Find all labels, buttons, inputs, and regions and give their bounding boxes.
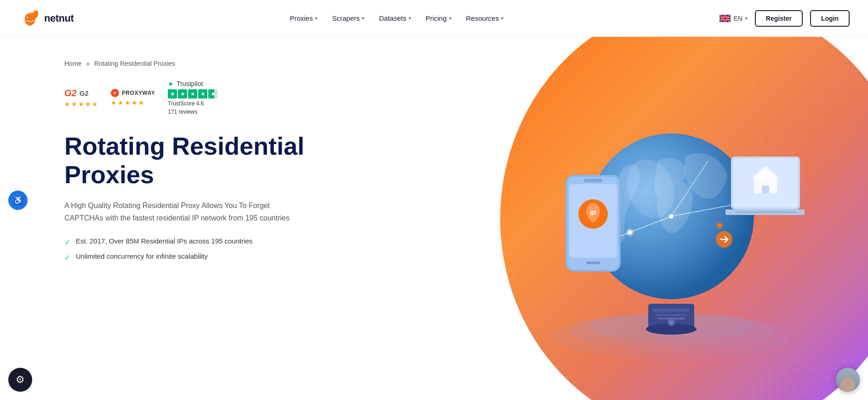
star-1: ★ [111, 99, 117, 106]
svg-point-14 [669, 320, 673, 324]
accessibility-button[interactable]: ♿ [8, 191, 28, 210]
left-panel: Home » Rotating Residential Proxies G2 G… [0, 37, 451, 400]
breadcrumb-separator: » [86, 60, 90, 67]
tp-star-4: ★ [198, 89, 207, 99]
star-4: ★ [131, 99, 137, 106]
svg-point-21 [669, 214, 674, 219]
main-nav: Proxies ▾ Scrapers ▾ Datasets ▾ Pricing … [290, 14, 503, 22]
svg-point-41 [715, 221, 724, 230]
avatar-image [836, 368, 860, 392]
register-button[interactable]: Register [755, 10, 803, 27]
breadcrumb-current: Rotating Residential Proxies [94, 60, 175, 67]
cookie-settings-button[interactable]: ⚙ [8, 368, 32, 392]
checkmark-icon: ✓ [64, 238, 70, 247]
svg-point-3 [28, 16, 29, 17]
nav-scrapers[interactable]: Scrapers ▾ [332, 14, 364, 22]
chevron-down-icon: ▾ [409, 16, 411, 21]
chat-avatar[interactable] [836, 368, 860, 392]
star-half: ★ [138, 99, 144, 106]
main-content: Home » Rotating Residential Proxies G2 G… [0, 37, 868, 400]
svg-rect-29 [584, 179, 602, 182]
smartphone-device: IP [565, 175, 621, 272]
trust-badges: G2 G2 ★ ★ ★ ★ ★ P PROXYWAY [64, 80, 424, 115]
nav-datasets[interactable]: Datasets ▾ [379, 14, 411, 22]
laptop-device [725, 157, 805, 215]
nav-pricing[interactable]: Pricing ▾ [426, 14, 451, 22]
tp-star-half: ★ [208, 89, 217, 99]
nav-resources[interactable]: Resources ▾ [466, 14, 504, 22]
breadcrumb-home[interactable]: Home [64, 60, 81, 67]
star-half: ★ [92, 100, 98, 108]
tp-star-3: ★ [188, 89, 197, 99]
hero-title: Rotating Residential Proxies [64, 132, 424, 189]
cookie-icon: ⚙ [16, 374, 25, 386]
breadcrumb: Home » Rotating Residential Proxies [64, 60, 424, 67]
star-3: ★ [78, 100, 84, 108]
chevron-down-icon: ▾ [745, 16, 748, 21]
right-panel: IP [451, 37, 868, 400]
hero-illustration: IP [474, 41, 868, 400]
language-selector[interactable]: EN ▾ [720, 15, 747, 22]
features-list: ✓ Est. 2017, Over 85M Residential IPs ac… [64, 237, 424, 262]
logo-text: netnut [44, 12, 74, 24]
star-2: ★ [71, 100, 77, 108]
globe-illustration: IP [538, 83, 805, 359]
header: netnut Proxies ▾ Scrapers ▾ Datasets ▾ P… [0, 0, 868, 37]
tp-star-2: ★ [178, 89, 187, 99]
accessibility-icon: ♿ [13, 195, 23, 205]
g2-badge: G2 G2 ★ ★ ★ ★ ★ [64, 88, 98, 108]
proxyway-stars: ★ ★ ★ ★ ★ [111, 99, 155, 106]
header-right: EN ▾ Register Login [720, 10, 850, 27]
chevron-down-icon: ▾ [449, 16, 451, 21]
svg-rect-28 [586, 261, 600, 264]
logo[interactable]: netnut [18, 7, 74, 30]
trustpilot-reviews: 171 reviews [168, 109, 217, 115]
hero-description: A High Quality Rotating Residential Prox… [64, 200, 294, 224]
proxyway-label: PROXYWAY [122, 90, 155, 96]
flag-uk-icon [720, 15, 731, 22]
proxyway-badge: P PROXYWAY ★ ★ ★ ★ ★ [111, 89, 155, 106]
g2-logo-icon: G2 [64, 88, 77, 99]
svg-rect-10 [653, 308, 690, 312]
svg-point-39 [626, 228, 634, 237]
star-4: ★ [85, 100, 91, 108]
trustpilot-star-icon: ★ [168, 80, 174, 87]
trustpilot-badge: ★ Trustpilot ★ ★ ★ ★ ★ TrustScore 4.6 17… [168, 80, 217, 115]
tp-star-1: ★ [168, 89, 177, 99]
trustpilot-stars: ★ ★ ★ ★ ★ [168, 89, 217, 99]
feature-item-2: ✓ Unlimited concurrency for infinite sca… [64, 252, 424, 262]
login-button[interactable]: Login [810, 10, 850, 27]
chevron-down-icon: ▾ [501, 16, 503, 21]
chevron-down-icon: ▾ [362, 16, 364, 21]
svg-rect-33 [762, 186, 769, 193]
star-2: ★ [118, 99, 124, 106]
nav-proxies[interactable]: Proxies ▾ [290, 14, 317, 22]
svg-text:IP: IP [590, 209, 596, 217]
svg-rect-36 [735, 211, 797, 213]
g2-label: G2 [80, 89, 89, 97]
chevron-down-icon: ▾ [315, 16, 317, 21]
svg-rect-11 [655, 314, 687, 316]
g2-stars: ★ ★ ★ ★ ★ [64, 100, 98, 108]
trustpilot-score: TrustScore 4.6 [168, 100, 217, 107]
feature-item-1: ✓ Est. 2017, Over 85M Residential IPs ac… [64, 237, 424, 247]
checkmark-icon: ✓ [64, 253, 70, 262]
star-3: ★ [125, 99, 131, 106]
proxyway-icon: P [111, 89, 119, 97]
arrow-connector [716, 231, 732, 248]
trustpilot-label: Trustpilot [177, 80, 203, 87]
star-1: ★ [64, 100, 70, 108]
logo-icon [18, 7, 41, 30]
